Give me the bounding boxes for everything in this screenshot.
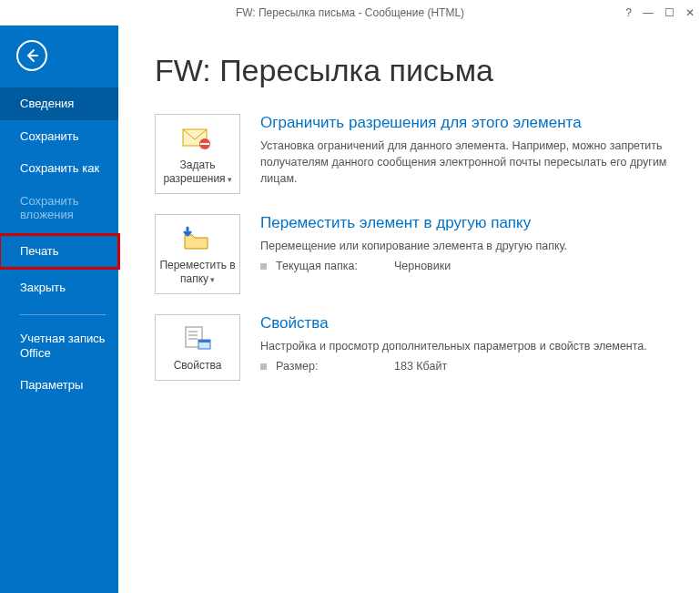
section-permissions: Задать разрешения▾ Ограничить разрешения… bbox=[155, 114, 675, 194]
chevron-down-icon: ▾ bbox=[228, 175, 232, 184]
sidebar-item-label: Закрыть bbox=[20, 281, 66, 294]
sidebar-item-label: Печать bbox=[20, 244, 59, 258]
arrow-left-icon bbox=[25, 48, 39, 63]
back-button[interactable] bbox=[16, 40, 47, 71]
window-title: FW: Пересылка письма - Сообщение (HTML) bbox=[236, 6, 464, 19]
tile-label: Переместить в папку bbox=[159, 259, 235, 285]
close-icon[interactable]: ✕ bbox=[685, 6, 695, 19]
titlebar: FW: Пересылка письма - Сообщение (HTML) … bbox=[0, 0, 700, 26]
minimize-icon[interactable]: — bbox=[643, 6, 654, 19]
sidebar-item-close[interactable]: Закрыть bbox=[0, 271, 118, 304]
maximize-icon[interactable]: ☐ bbox=[664, 6, 675, 19]
content-area: FW: Пересылка письма Задать разрешения▾ bbox=[118, 26, 700, 593]
section-desc: Перемещение или копирование элемента в д… bbox=[260, 238, 675, 254]
properties-icon bbox=[159, 324, 236, 353]
tile-label: Свойства bbox=[174, 359, 222, 372]
sidebar-item-options[interactable]: Параметры bbox=[0, 369, 118, 402]
svg-rect-3 bbox=[200, 143, 209, 145]
section-title: Ограничить разрешения для этого элемента bbox=[260, 114, 675, 132]
kv-value: Черновики bbox=[394, 260, 451, 272]
chevron-down-icon: ▾ bbox=[210, 275, 215, 284]
sidebar-item-label: Параметры bbox=[20, 378, 83, 392]
folder-move-icon bbox=[159, 224, 236, 253]
sidebar-item-label: Сохранить bbox=[20, 129, 79, 143]
tile-set-permissions[interactable]: Задать разрешения▾ bbox=[155, 114, 240, 194]
envelope-restrict-icon bbox=[159, 124, 236, 153]
window-controls: ? — ☐ ✕ bbox=[625, 0, 695, 26]
kv-label: Текущая папка: bbox=[276, 260, 385, 272]
section-title: Свойства bbox=[260, 314, 675, 332]
tile-properties[interactable]: Свойства bbox=[155, 314, 240, 381]
sidebar-item-info[interactable]: Сведения bbox=[0, 87, 118, 120]
sidebar-separator bbox=[20, 314, 106, 315]
section-properties: Свойства Свойства Настройка и просмотр д… bbox=[155, 314, 675, 381]
svg-rect-9 bbox=[198, 340, 210, 343]
page-title: FW: Пересылка письма bbox=[155, 53, 675, 88]
section-desc: Установка ограничений для данного элемен… bbox=[260, 138, 675, 187]
section-title: Переместить элемент в другую папку bbox=[260, 214, 675, 232]
sidebar-item-label: Сохранить как bbox=[20, 161, 99, 175]
sidebar-item-label: Сохранить вложения bbox=[20, 194, 79, 222]
sidebar-item-office-account[interactable]: Учетная запись Office bbox=[0, 322, 118, 369]
sidebar-item-save-as[interactable]: Сохранить как bbox=[0, 152, 118, 185]
section-desc: Настройка и просмотр дополнительных пара… bbox=[260, 338, 675, 354]
bullet-icon bbox=[260, 363, 267, 370]
sidebar-item-print[interactable]: Печать bbox=[0, 235, 118, 268]
kv-label: Размер: bbox=[276, 360, 385, 373]
size-row: Размер: 183 Кбайт bbox=[260, 360, 675, 373]
sidebar-item-save[interactable]: Сохранить bbox=[0, 120, 118, 153]
sidebar-item-label: Учетная запись Office bbox=[20, 332, 106, 360]
sidebar-item-save-attachments: Сохранить вложения bbox=[0, 185, 118, 231]
sidebar: Сведения Сохранить Сохранить как Сохрани… bbox=[0, 26, 118, 593]
help-icon[interactable]: ? bbox=[625, 6, 632, 19]
current-folder-row: Текущая папка: Черновики bbox=[260, 260, 675, 272]
sidebar-item-label: Сведения bbox=[20, 97, 74, 110]
section-move: Переместить в папку▾ Переместить элемент… bbox=[155, 214, 675, 294]
kv-value: 183 Кбайт bbox=[394, 360, 447, 373]
tile-move-to-folder[interactable]: Переместить в папку▾ bbox=[155, 214, 240, 294]
bullet-icon bbox=[260, 263, 267, 270]
tile-label: Задать разрешения bbox=[163, 158, 225, 185]
